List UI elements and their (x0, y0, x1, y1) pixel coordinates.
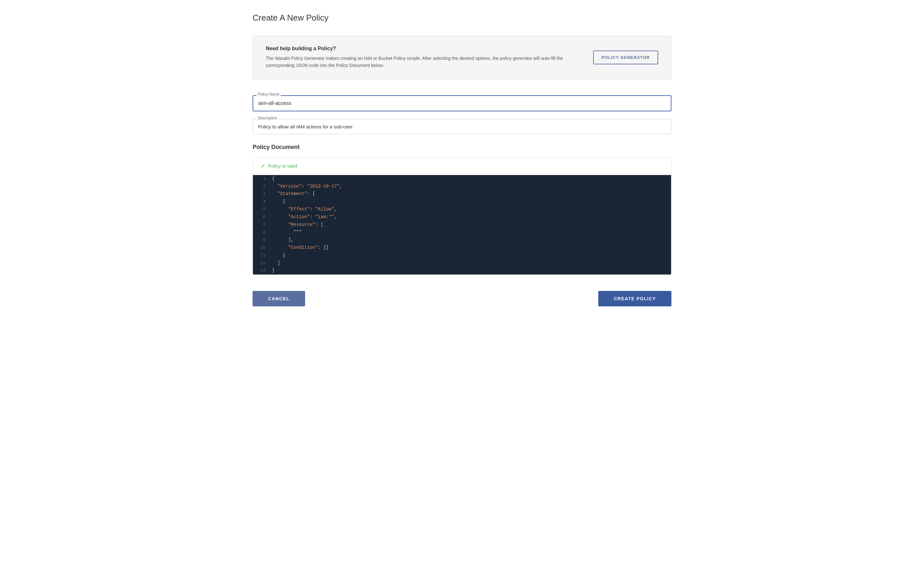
line-content: "Version": "2012-10-17", (271, 183, 345, 191)
line-content: "Statement": [ (271, 190, 318, 198)
form-section: Policy Name Description (252, 95, 672, 134)
line-number: 5 (253, 206, 271, 213)
check-icon: ✓ (261, 163, 266, 169)
line-number: 4 (253, 198, 271, 206)
line-content: ], (271, 236, 297, 244)
footer-actions: CANCEL CREATE POLICY (252, 284, 672, 313)
line-number: 1 (253, 175, 271, 183)
line-number: 7 (253, 221, 271, 229)
line-content: { (271, 175, 278, 183)
code-line: 9 ], (253, 236, 671, 244)
policy-document-title: Policy Document (252, 144, 672, 151)
code-line: 5 "Effect": "Allow", (253, 206, 671, 213)
line-content: "*" (271, 229, 305, 236)
policy-name-group: Policy Name (252, 95, 672, 111)
code-editor[interactable]: 1{2 "Version": "2012-10-17",3 "Statement… (253, 175, 671, 275)
line-content: "Action": "iam:*", (271, 213, 340, 221)
description-group: Description (252, 119, 672, 134)
code-line: 13} (253, 267, 671, 275)
line-content: "Condition": {} (271, 244, 332, 252)
page-title: Create A New Policy (252, 13, 672, 23)
help-text-block: Need help building a Policy? The Wasabi … (266, 46, 580, 69)
description-label: Description (256, 116, 278, 120)
policy-valid-text: Policy is valid (268, 163, 297, 169)
policy-generator-button[interactable]: POLICY GENERATOR (593, 51, 658, 64)
line-number: 13 (253, 267, 271, 274)
line-number: 3 (253, 191, 271, 197)
line-content: } (271, 267, 278, 275)
line-content: "Effect": "Allow", (271, 206, 340, 213)
line-content: ] (271, 260, 283, 267)
cancel-button[interactable]: CANCEL (252, 291, 305, 306)
policy-valid-bar: ✓ Policy is valid (253, 157, 671, 175)
help-banner-description: The Wasabi Policy Generator makes creati… (266, 55, 580, 69)
code-line: 12 ] (253, 260, 671, 267)
line-number: 9 (253, 237, 271, 243)
line-number: 12 (253, 260, 271, 267)
code-line: 6 "Action": "iam:*", (253, 213, 671, 221)
code-line: 11 } (253, 252, 671, 260)
line-number: 8 (253, 229, 271, 236)
code-line: 2 "Version": "2012-10-17", (253, 183, 671, 191)
help-banner: Need help building a Policy? The Wasabi … (252, 36, 672, 79)
policy-name-input[interactable] (252, 95, 672, 111)
line-number: 10 (253, 244, 271, 252)
code-line: 3 "Statement": [ (253, 190, 671, 198)
policy-document-container: ✓ Policy is valid 1{2 "Version": "2012-1… (252, 157, 672, 275)
code-line: 1{ (253, 175, 671, 183)
help-banner-title: Need help building a Policy? (266, 46, 580, 51)
line-number: 6 (253, 214, 271, 221)
description-input[interactable] (252, 119, 672, 134)
code-line: 8 "*" (253, 229, 671, 236)
create-policy-button[interactable]: CREATE POLICY (598, 291, 672, 306)
code-line: 4 { (253, 198, 671, 206)
policy-name-label: Policy Name (256, 92, 280, 97)
line-content: { (271, 198, 289, 206)
line-content: "Resource": [ (271, 221, 327, 229)
line-number: 2 (253, 183, 271, 190)
code-line: 7 "Resource": [ (253, 221, 671, 229)
line-content: } (271, 252, 289, 260)
line-number: 11 (253, 252, 271, 259)
code-line: 10 "Condition": {} (253, 244, 671, 252)
